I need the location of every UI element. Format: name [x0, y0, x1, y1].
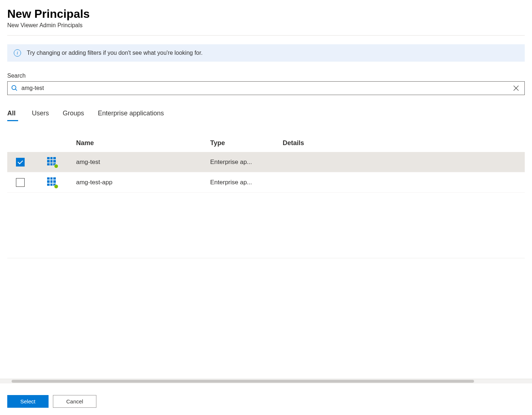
row-name: amg-test-app	[76, 179, 210, 186]
row-type: Enterprise ap...	[210, 159, 283, 166]
page-title: New Principals	[7, 7, 525, 21]
search-icon	[11, 85, 18, 91]
divider	[7, 35, 525, 36]
svg-point-0	[12, 86, 16, 90]
column-header-name[interactable]: Name	[76, 139, 210, 147]
column-header-details[interactable]: Details	[283, 139, 525, 147]
row-type: Enterprise ap...	[210, 179, 283, 186]
table-header: Name Type Details	[7, 139, 525, 152]
tab-enterprise-applications[interactable]: Enterprise applications	[98, 110, 164, 121]
search-label: Search	[7, 73, 525, 79]
enterprise-app-icon	[47, 177, 57, 188]
table-row[interactable]: amg-test Enterprise ap...	[7, 152, 525, 172]
row-checkbox[interactable]	[16, 178, 25, 187]
row-name: amg-test	[76, 159, 210, 166]
tab-all[interactable]: All	[7, 110, 18, 121]
clear-search-button[interactable]	[511, 83, 521, 93]
tab-users[interactable]: Users	[32, 110, 49, 121]
close-icon	[513, 85, 519, 91]
row-checkbox[interactable]	[16, 158, 25, 167]
tabs: All Users Groups Enterprise applications	[7, 110, 525, 121]
info-banner-text: Try changing or adding filters if you do…	[27, 50, 203, 56]
column-header-type[interactable]: Type	[210, 139, 283, 147]
svg-line-1	[16, 89, 17, 91]
enterprise-app-icon	[47, 157, 57, 167]
tab-groups[interactable]: Groups	[63, 110, 84, 121]
search-input[interactable]	[21, 85, 511, 91]
info-icon: i	[14, 49, 21, 57]
search-box	[7, 81, 525, 95]
page-subtitle: New Viewer Admin Principals	[7, 22, 525, 29]
info-banner: i Try changing or adding filters if you …	[7, 44, 525, 62]
table-row[interactable]: amg-test-app Enterprise ap...	[7, 172, 525, 193]
